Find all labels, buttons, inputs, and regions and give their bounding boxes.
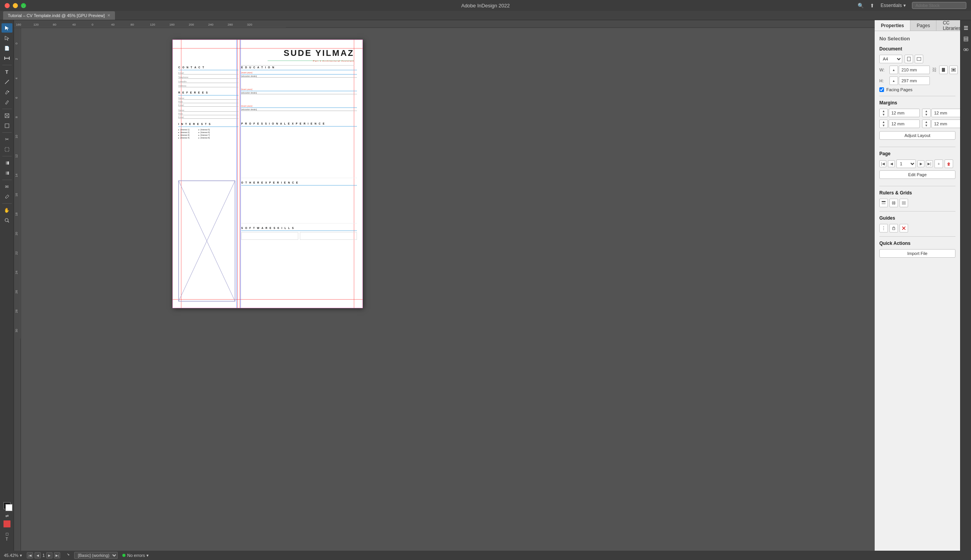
svg-text:320: 320 bbox=[247, 23, 252, 26]
portrait-icon[interactable] bbox=[905, 55, 913, 63]
lock-guides-btn[interactable] bbox=[889, 224, 898, 232]
tool-divider-1 bbox=[2, 65, 12, 65]
first-page-btn[interactable]: |◀ bbox=[879, 160, 886, 167]
free-transform-tool[interactable] bbox=[2, 145, 12, 154]
interest-6: ▸[Interest 6] bbox=[198, 131, 218, 133]
width-decrement[interactable]: ▲ bbox=[889, 66, 898, 74]
preview-mode-btn[interactable]: ◻ bbox=[5, 532, 9, 536]
facing-pages-label[interactable]: Facing Pages bbox=[879, 87, 912, 92]
rectangle-frame-tool[interactable] bbox=[2, 111, 12, 120]
width-input[interactable] bbox=[899, 66, 930, 74]
tab-pages[interactable]: Pages bbox=[910, 20, 936, 31]
margin-bottom-input[interactable] bbox=[889, 120, 920, 128]
interest-7: ▸[Interest 7] bbox=[198, 134, 218, 136]
height-input[interactable] bbox=[899, 76, 930, 85]
type-tool[interactable]: T bbox=[2, 67, 12, 76]
share-icon[interactable]: ⬆ bbox=[870, 3, 874, 9]
margin-top-spinner[interactable]: ▲▼ bbox=[879, 109, 888, 117]
eyedropper-tool[interactable] bbox=[2, 192, 12, 201]
rulers-grids-title: Rulers & Grids bbox=[879, 190, 955, 196]
color-swatch-fg[interactable] bbox=[3, 502, 10, 509]
next-page-btn[interactable]: ▶ bbox=[917, 160, 924, 167]
prev-page-btn[interactable]: ◀ bbox=[888, 160, 895, 167]
adjust-layout-button[interactable]: Adjust Layout bbox=[879, 131, 955, 140]
chain-icon[interactable]: ⛓ bbox=[932, 66, 937, 74]
adobe-stock-search[interactable] bbox=[912, 2, 966, 9]
close-button[interactable] bbox=[5, 3, 10, 8]
document-tab[interactable]: Tutorial – CV Template.indd @ 45% [GPU P… bbox=[3, 11, 115, 20]
add-page-btn[interactable]: + bbox=[934, 160, 943, 168]
margin-right-spinner[interactable]: ▲▼ bbox=[922, 109, 931, 117]
refresh-btn[interactable] bbox=[65, 553, 70, 558]
search-icon[interactable]: 🔍 bbox=[858, 3, 864, 9]
preview-btn[interactable]: T bbox=[5, 537, 8, 541]
essentials-dropdown[interactable]: Essentials ▾ bbox=[881, 3, 906, 8]
zoom-tool[interactable] bbox=[2, 216, 12, 225]
tab-properties[interactable]: Properties bbox=[875, 20, 910, 31]
svg-text:0: 0 bbox=[15, 42, 18, 44]
apply-color-btn[interactable] bbox=[3, 520, 10, 527]
landscape-icon[interactable] bbox=[915, 55, 923, 63]
delete-page-btn[interactable]: 🗑 bbox=[945, 160, 953, 168]
show-baseline-btn[interactable] bbox=[900, 199, 908, 207]
tab-cc-libraries[interactable]: CC Libraries bbox=[936, 20, 960, 31]
layer-mode-select[interactable]: [Basic] (working) bbox=[74, 552, 118, 559]
page-size-icon2[interactable] bbox=[949, 66, 958, 74]
gradient-feather-tool[interactable] bbox=[2, 168, 12, 178]
margin-top-input[interactable] bbox=[889, 109, 920, 117]
document-page[interactable]: SUDE YILMAZ Part 1 Architectural Assista… bbox=[172, 40, 363, 308]
gap-tool[interactable] bbox=[2, 54, 12, 63]
selection-tool[interactable] bbox=[2, 23, 12, 33]
margin-bottom-spinner[interactable]: ▲▼ bbox=[879, 120, 888, 128]
show-grids-btn[interactable] bbox=[889, 199, 898, 207]
contact-section: C O N T A C T Email: Telephone: LinkedIn… bbox=[178, 66, 238, 87]
svg-rect-61 bbox=[893, 228, 895, 230]
direct-selection-tool[interactable] bbox=[2, 33, 12, 43]
show-guides-btn[interactable] bbox=[879, 224, 888, 232]
edit-page-button[interactable]: Edit Page bbox=[879, 170, 955, 179]
svg-text:120: 120 bbox=[33, 23, 39, 26]
line-tool[interactable] bbox=[2, 77, 12, 87]
tab-close-icon[interactable]: ✕ bbox=[107, 13, 110, 17]
page-size-icon1[interactable] bbox=[939, 66, 948, 74]
image-placeholder[interactable] bbox=[178, 180, 235, 302]
pen-tool[interactable] bbox=[2, 87, 12, 97]
status-first-page[interactable]: |◀ bbox=[27, 552, 33, 558]
page-tool[interactable]: 📄 bbox=[2, 43, 12, 53]
properties-panel-icon[interactable] bbox=[961, 23, 971, 33]
margin-left-spinner[interactable]: ▲▼ bbox=[922, 120, 931, 128]
last-page-btn[interactable]: ▶| bbox=[926, 160, 933, 167]
margin-right-field: ▲▼ bbox=[922, 109, 960, 117]
rectangle-tool[interactable] bbox=[2, 121, 12, 130]
status-last-page[interactable]: ▶| bbox=[54, 552, 60, 558]
import-file-button[interactable]: Import File bbox=[879, 249, 955, 258]
svg-rect-55 bbox=[882, 201, 886, 202]
margin-right-input[interactable] bbox=[931, 109, 960, 117]
interests-section: I N T E R E S T S ▸[Interest 1] ▸[Intere… bbox=[178, 123, 238, 139]
status-prev-page[interactable]: ◀ bbox=[35, 552, 41, 558]
note-tool[interactable]: ✉ bbox=[2, 182, 12, 191]
margins-grid: ▲▼ ▲▼ ▲▼ ▲▼ bbox=[879, 109, 955, 128]
minimize-button[interactable] bbox=[13, 3, 18, 8]
facing-pages-checkbox[interactable] bbox=[879, 87, 884, 92]
pencil-tool[interactable] bbox=[2, 97, 12, 107]
page-section-title: Page bbox=[879, 151, 955, 156]
margin-left-input[interactable] bbox=[931, 120, 960, 128]
scissors-tool[interactable]: ✂ bbox=[2, 135, 12, 144]
status-next-page[interactable]: ▶ bbox=[46, 552, 52, 558]
hand-tool[interactable]: ✋ bbox=[2, 206, 12, 215]
layers-panel-icon[interactable] bbox=[961, 34, 971, 43]
delete-guides-btn[interactable] bbox=[900, 224, 908, 232]
gradient-swatch-tool[interactable] bbox=[2, 158, 12, 168]
show-rulers-btn[interactable] bbox=[879, 199, 888, 207]
interest-4: ▸[Interest 4] bbox=[178, 137, 198, 139]
swap-colors-icon[interactable]: ⇄ bbox=[5, 514, 9, 518]
facing-pages-text: Facing Pages bbox=[886, 87, 912, 92]
page-size-select[interactable]: A4 A3 Letter bbox=[879, 55, 902, 63]
links-panel-icon[interactable] bbox=[961, 45, 971, 54]
page-navigation-bar: |◀ ◀ 1 ▶ ▶| bbox=[27, 552, 60, 558]
svg-text:120: 120 bbox=[150, 23, 155, 26]
home-icon[interactable]: ⌂ bbox=[22, 2, 25, 9]
page-select[interactable]: 1 bbox=[896, 160, 916, 168]
height-decrement[interactable]: ▲ bbox=[889, 76, 898, 85]
